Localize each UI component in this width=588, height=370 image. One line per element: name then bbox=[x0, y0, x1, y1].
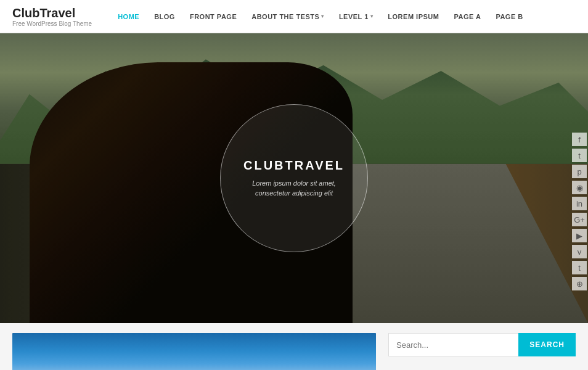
nav-arrow: ▾ bbox=[370, 14, 374, 19]
nav-item-page-b[interactable]: PAGE B bbox=[488, 13, 530, 20]
sidebar-area: SEARCH bbox=[388, 333, 576, 370]
social-sidebar: ftp◉inG+▶vt⊕ bbox=[571, 67, 588, 356]
featured-image bbox=[12, 333, 376, 370]
logo[interactable]: ClubTravel Free WordPress Blog Theme bbox=[12, 6, 92, 27]
main-nav: HOMEBLOGFRONT PAGEABOUT THE TESTS ▾LEVEL… bbox=[110, 13, 531, 20]
search-button[interactable]: SEARCH bbox=[518, 333, 576, 356]
hero-circle: CLUBTRAVEL Lorem ipsum dolor sit amet, c… bbox=[220, 104, 368, 252]
pinterest-icon[interactable]: p bbox=[572, 165, 587, 178]
hero-title: CLUBTRAVEL bbox=[243, 158, 345, 173]
content-section: SEARCH bbox=[0, 323, 588, 370]
vimeo-icon[interactable]: v bbox=[572, 245, 587, 258]
nav-item-home[interactable]: HOME bbox=[110, 13, 147, 20]
nav-item-lorem-ipsum[interactable]: LOREM IPSUM bbox=[380, 13, 446, 20]
linkedin-icon[interactable]: in bbox=[572, 197, 587, 210]
hero-tagline: Lorem ipsum dolor sit amet, consectetur … bbox=[239, 179, 349, 198]
logo-subtitle: Free WordPress Blog Theme bbox=[12, 20, 92, 27]
nav-arrow: ▾ bbox=[321, 14, 324, 19]
googleplus-icon[interactable]: G+ bbox=[572, 213, 587, 226]
site-header: ClubTravel Free WordPress Blog Theme HOM… bbox=[0, 0, 588, 33]
search-input[interactable] bbox=[388, 333, 518, 356]
nav-item-level-1[interactable]: LEVEL 1 ▾ bbox=[332, 13, 380, 20]
nav-item-about-the-tests[interactable]: ABOUT THE TESTS ▾ bbox=[244, 13, 332, 20]
twitter-icon[interactable]: t bbox=[572, 149, 587, 162]
tumblr-icon[interactable]: t bbox=[572, 261, 587, 274]
logo-title: ClubTravel bbox=[12, 6, 92, 20]
facebook-icon[interactable]: f bbox=[572, 133, 587, 146]
youtube-icon[interactable]: ▶ bbox=[572, 229, 587, 242]
nav-item-front-page[interactable]: FRONT PAGE bbox=[182, 13, 244, 20]
flickr-icon[interactable]: ⊕ bbox=[572, 277, 587, 290]
search-box: SEARCH bbox=[388, 333, 576, 356]
instagram-icon[interactable]: ◉ bbox=[572, 181, 587, 194]
hero-section: CLUBTRAVEL Lorem ipsum dolor sit amet, c… bbox=[0, 33, 588, 323]
nav-item-page-a[interactable]: PAGE A bbox=[446, 13, 488, 20]
nav-item-blog[interactable]: BLOG bbox=[147, 13, 182, 20]
